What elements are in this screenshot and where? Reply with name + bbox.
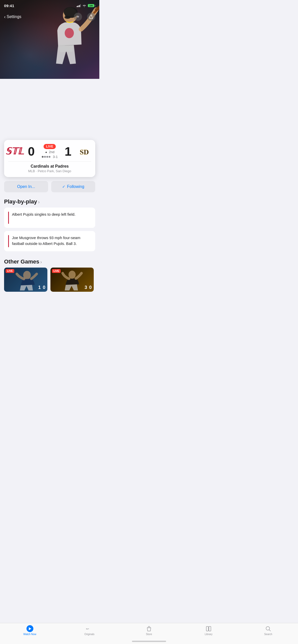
home-team-abbr: 𝕊𝕋𝕃 [5, 147, 24, 156]
open-in-label: Open In... [17, 184, 35, 189]
share-button[interactable] [87, 13, 95, 21]
play-card-2: Joe Musgrove throws 93 mph four-seam fas… [4, 231, 95, 251]
open-in-button[interactable]: Open In... [4, 181, 48, 192]
play-indicator-1 [8, 212, 9, 224]
live-badge: LIVE [44, 144, 56, 149]
other-games-chevron: › [40, 259, 42, 265]
play-text-2: Joe Musgrove throws 93 mph four-seam fas… [12, 235, 91, 247]
share-icon [89, 14, 93, 19]
games-scroll[interactable]: LIVE 1 0 LIVE [0, 268, 99, 292]
following-button[interactable]: ✓ Following [51, 181, 95, 192]
game-thumb-1[interactable]: LIVE 1 0 [4, 268, 47, 292]
battery-indicator: 100 [88, 4, 95, 7]
back-button[interactable]: ‹ Settings [4, 14, 21, 20]
inning-info: ▲ 2nd [45, 150, 55, 154]
game-1-live-badge: LIVE [6, 269, 14, 273]
score-card: 𝕊𝕋𝕃 0 LIVE ▲ 2nd 3-1 1 [4, 140, 95, 177]
home-score: 0 [25, 144, 37, 158]
inning-label: 2nd [49, 150, 55, 154]
game-status: LIVE ▲ 2nd 3-1 [42, 144, 58, 159]
away-score: 1 [62, 144, 74, 158]
main-content: Open In... ✓ Following Play-by-play › Al… [0, 177, 99, 317]
following-label: Following [67, 184, 84, 189]
game-2-away-score: 0 [89, 285, 92, 290]
play-by-play-header[interactable]: Play-by-play › [0, 196, 99, 208]
game-1-away-score: 0 [43, 285, 45, 290]
dot-4 [49, 156, 50, 158]
game-1-home-score: 1 [38, 285, 41, 290]
dot-1 [42, 156, 44, 158]
play-text-1: Albert Pujols singles to deep left field… [12, 212, 75, 224]
back-chevron-icon: ‹ [4, 14, 6, 20]
nav-bar: ‹ Settings + [0, 11, 99, 22]
game-thumb-2[interactable]: LIVE 3 0 [50, 268, 94, 292]
play-indicator-2 [8, 235, 9, 247]
count-info: 3-1 [42, 155, 58, 159]
game-subtitle: Cardinals at Padres MLB · Petco Park, Sa… [8, 161, 91, 173]
game-title: Cardinals at Padres [8, 164, 91, 169]
wifi-icon [82, 4, 86, 7]
status-icons: 100 [77, 4, 96, 7]
check-icon: ✓ [62, 184, 65, 189]
count-dots [42, 156, 50, 158]
game-venue: MLB · Petco Park, San Diego [8, 169, 91, 173]
play-by-play-title: Play-by-play [4, 198, 37, 205]
nav-actions: + [74, 13, 95, 21]
dot-2 [44, 156, 46, 158]
add-icon: + [77, 14, 79, 20]
sd-logo-icon: SD SD [79, 145, 91, 157]
dot-3 [46, 156, 48, 158]
status-bar: 09:41 100 [0, 0, 99, 11]
add-button[interactable]: + [74, 13, 82, 21]
game-2-home-score: 3 [85, 285, 87, 290]
svg-point-2 [65, 28, 74, 38]
game-2-score: 3 0 [85, 285, 92, 290]
game-2-live-badge: LIVE [52, 269, 61, 273]
home-team-logo: 𝕊𝕋𝕃 [8, 145, 21, 158]
status-time: 09:41 [4, 4, 14, 8]
other-games-header[interactable]: Other Games › [0, 256, 99, 268]
action-buttons: Open In... ✓ Following [0, 177, 99, 196]
svg-text:SD: SD [80, 148, 89, 156]
other-games-section: Other Games › LIVE 1 [0, 254, 99, 292]
count-display: 3-1 [53, 155, 58, 159]
score-row: 𝕊𝕋𝕃 0 LIVE ▲ 2nd 3-1 1 [8, 144, 91, 159]
away-team-logo: SD SD [78, 145, 91, 158]
other-games-title: Other Games [4, 258, 39, 265]
hero-section: ‹ Settings + [0, 0, 99, 79]
play-by-play-chevron: › [38, 199, 40, 205]
play-card-1: Albert Pujols singles to deep left field… [4, 208, 95, 228]
inning-arrow-icon: ▲ [45, 151, 47, 153]
signal-icon [77, 4, 81, 7]
back-label: Settings [7, 14, 21, 19]
battery-level: 100 [88, 4, 94, 7]
game-1-score: 1 0 [38, 285, 45, 290]
